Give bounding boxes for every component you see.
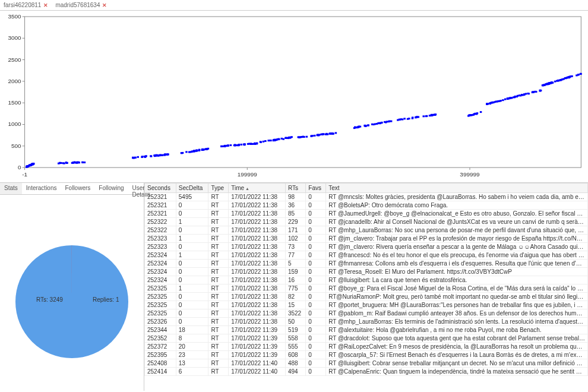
col-favs[interactable]: Favs xyxy=(306,184,326,193)
svg-rect-315 xyxy=(480,111,482,113)
table-row[interactable]: 25234418RT17/01/2022 11:395190RT @alextu… xyxy=(145,326,588,334)
svg-rect-273 xyxy=(388,121,390,122)
table-row[interactable]: 2523240RT17/01/2022 11:38160RT @lluisgib… xyxy=(145,276,588,284)
cell-secdelta: 0 xyxy=(176,260,208,268)
svg-rect-235 xyxy=(329,132,331,134)
cell-secdelta: 0 xyxy=(176,318,208,326)
cell-rts: 16 xyxy=(285,276,305,284)
cell-rts: 77 xyxy=(285,251,305,260)
cell-secdelta: 1 xyxy=(176,235,208,243)
table-row[interactable]: 2523241RT17/01/2022 11:38770RT @francesc… xyxy=(145,251,588,260)
col-secdelta[interactable]: SecDelta xyxy=(176,184,208,193)
table-row[interactable]: 25237220RT17/01/2022 11:395550RT @RaiLop… xyxy=(145,343,588,351)
cell-text: RT @pablom_m: Raif Badawi cumplió anteay… xyxy=(326,309,588,318)
svg-rect-298 xyxy=(415,116,416,118)
cell-seconds: 252321 xyxy=(145,210,176,218)
cell-text: RT @jm_clavero: Trabajar para el PP es l… xyxy=(326,235,588,243)
stats-tab-stats[interactable]: Stats xyxy=(0,183,22,194)
svg-rect-274 xyxy=(356,127,358,128)
col-type[interactable]: Type xyxy=(208,184,229,193)
chart-canvas: 0500100015002000250030003500-11999993999… xyxy=(0,11,588,182)
svg-rect-367 xyxy=(514,96,516,97)
cell-rts: 159 xyxy=(285,268,305,276)
svg-rect-234 xyxy=(310,135,312,137)
table-row[interactable]: 2523215495RT17/01/2022 11:38980RT @mncsl… xyxy=(145,193,588,201)
cell-favs: 0 xyxy=(306,243,326,251)
cell-text: RT @mncsls: Moltes gràcies, presidenta @… xyxy=(326,193,588,201)
svg-rect-74 xyxy=(78,162,80,163)
table-row[interactable]: 2523260RT17/01/2022 11:38500RT @mhp_Laur… xyxy=(145,318,588,326)
svg-rect-52 xyxy=(26,165,28,167)
col-seconds[interactable]: Seconds xyxy=(145,184,176,193)
table-row[interactable]: 2524146RT17/01/2022 11:404940RT @Calpena… xyxy=(145,368,588,376)
svg-rect-320 xyxy=(468,115,470,116)
cell-text: RT @mhp_LauraBorras: Els terminis de l'a… xyxy=(326,318,588,326)
svg-rect-202 xyxy=(273,140,275,141)
close-icon[interactable]: ✕ xyxy=(102,2,107,8)
svg-rect-408 xyxy=(580,73,581,75)
table-row[interactable]: 2523250RT17/01/2022 11:38150RT @portet_b… xyxy=(145,301,588,309)
table-row[interactable]: 25240813RT17/01/2022 11:404880RT @lluisg… xyxy=(145,359,588,368)
top-tab[interactable]: madrid57681634✕ xyxy=(52,0,110,10)
svg-text:0: 0 xyxy=(18,164,21,170)
cell-type: RT xyxy=(208,309,229,318)
cell-seconds: 252324 xyxy=(145,276,176,284)
table-row[interactable]: 2523240RT17/01/2022 11:3850RT @fnmanresa… xyxy=(145,260,588,268)
cell-text: RT @Teresa_Rosell: El Muro del Parlament… xyxy=(326,268,588,276)
cell-text: RT @francescd: No és el teu honor el que… xyxy=(326,251,588,260)
svg-rect-233 xyxy=(327,134,328,135)
svg-rect-387 xyxy=(576,74,577,76)
table-row[interactable]: 2523251RT17/01/2022 11:387750RT @boye_g:… xyxy=(145,284,588,293)
top-tab[interactable]: farsi46220811✕ xyxy=(0,0,52,10)
cell-favs: 0 xyxy=(306,359,326,368)
cell-seconds: 252325 xyxy=(145,284,176,293)
cell-type: RT xyxy=(208,268,229,276)
svg-rect-422 xyxy=(549,82,551,84)
cell-time: 17/01/2022 11:39 xyxy=(229,326,286,334)
col-time[interactable]: Time xyxy=(229,184,286,193)
data-table-panel[interactable]: SecondsSecDeltaTypeTimeRTsFavsText 25232… xyxy=(144,183,588,391)
table-row[interactable]: 2523221RT17/01/2022 11:382290RT @jcanade… xyxy=(145,218,588,226)
cell-rts: 171 xyxy=(285,226,305,235)
table-row[interactable]: 2523230RT17/01/2022 11:38730RT @jm_clave… xyxy=(145,243,588,251)
table-row[interactable]: 2523231RT17/01/2022 11:381020RT @jm_clav… xyxy=(145,235,588,243)
cell-secdelta: 6 xyxy=(176,368,208,376)
cell-type: RT xyxy=(208,293,229,301)
cell-favs: 0 xyxy=(306,268,326,276)
svg-rect-169 xyxy=(233,144,235,146)
svg-rect-301 xyxy=(408,118,410,119)
table-row[interactable]: 2523528RT17/01/2022 11:395580RT @dracdol… xyxy=(145,334,588,343)
svg-rect-67 xyxy=(74,162,75,163)
cell-seconds: 252325 xyxy=(145,309,176,318)
cell-seconds: 252321 xyxy=(145,193,176,201)
stats-tab-interactions[interactable]: Interactions xyxy=(22,183,61,194)
col-text[interactable]: Text xyxy=(326,184,588,193)
svg-rect-51 xyxy=(32,163,34,165)
table-row[interactable]: 2523210RT17/01/2022 11:38360RT @BoletsAP… xyxy=(145,201,588,210)
stats-tab-followers[interactable]: Followers xyxy=(61,183,95,194)
cell-seconds: 252414 xyxy=(145,368,176,376)
cell-favs: 0 xyxy=(306,260,326,268)
close-icon[interactable]: ✕ xyxy=(43,2,48,8)
table-row[interactable]: 25239523RT17/01/2022 11:396080RT @oscarp… xyxy=(145,351,588,359)
svg-rect-139 xyxy=(193,150,195,151)
cell-rts: 73 xyxy=(285,243,305,251)
svg-rect-141 xyxy=(191,151,193,153)
table-row[interactable]: 2523240RT17/01/2022 11:381590RT @Teresa_… xyxy=(145,268,588,276)
table-row[interactable]: 2523250RT17/01/2022 11:38820RT@NuriaRamo… xyxy=(145,293,588,301)
stats-tab-following[interactable]: Following xyxy=(94,183,128,194)
svg-rect-173 xyxy=(241,144,242,146)
cell-rts: 98 xyxy=(285,193,305,201)
svg-rect-65 xyxy=(63,163,65,165)
table-row[interactable]: 2523210RT17/01/2022 11:38850RT @JaumedUr… xyxy=(145,210,588,218)
col-rts[interactable]: RTs xyxy=(285,184,305,193)
svg-rect-362 xyxy=(527,93,529,94)
cell-time: 17/01/2022 11:38 xyxy=(229,318,286,326)
svg-rect-71 xyxy=(66,162,68,164)
cell-favs: 0 xyxy=(306,251,326,260)
table-row[interactable]: 2523250RT17/01/2022 11:3835220RT @pablom… xyxy=(145,309,588,318)
cell-time: 17/01/2022 11:38 xyxy=(229,268,286,276)
cell-secdelta: 0 xyxy=(176,201,208,210)
cell-time: 17/01/2022 11:38 xyxy=(229,210,286,218)
table-row[interactable]: 2523220RT17/01/2022 11:381710RT @mhp_Lau… xyxy=(145,226,588,235)
